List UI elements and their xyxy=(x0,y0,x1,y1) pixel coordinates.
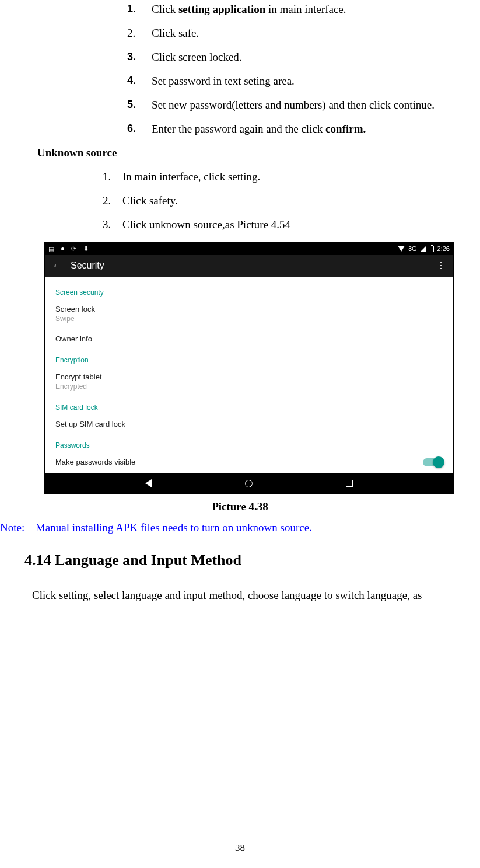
settings-item-secondary: Swipe xyxy=(55,315,443,323)
list-text: Set new password(letters and numbers) an… xyxy=(152,99,435,111)
clock-label: 2:26 xyxy=(437,245,450,252)
wifi-icon xyxy=(398,246,405,252)
settings-section-header: Encryption xyxy=(55,356,443,364)
settings-item[interactable]: Owner info xyxy=(55,329,443,349)
list1-item: 1.Click setting application in main inte… xyxy=(127,3,480,16)
list-text: Set password in text seting area. xyxy=(152,75,295,88)
settings-section-header: Passwords xyxy=(55,441,443,449)
list1-item: 5.Set new password(letters and numbers) … xyxy=(127,99,480,111)
toggle-switch[interactable] xyxy=(423,458,443,466)
list2-item: 3.Click unknown source,as Picture 4.54 xyxy=(103,218,480,231)
section-heading: 4.14 Language and Input Method xyxy=(24,552,480,569)
settings-item-primary: Make passwords visible xyxy=(55,458,135,466)
settings-item-primary: Encrypt tablet xyxy=(55,372,443,381)
list-number: 2. xyxy=(103,194,122,207)
settings-section-header: SIM card lock xyxy=(55,403,443,412)
instruction-list-2: 1.In main interface, click setting.2.Cli… xyxy=(103,170,480,231)
list-text: Click unknown source,as Picture 4.54 xyxy=(122,218,290,231)
nav-back-button[interactable] xyxy=(145,479,152,487)
appbar-title: Security xyxy=(71,260,436,271)
dot-icon xyxy=(61,247,64,250)
notification-icon: ▤ xyxy=(48,245,54,253)
settings-item-primary: Set up SIM card lock xyxy=(55,420,443,428)
list-number: 5. xyxy=(127,99,152,111)
settings-content: Screen securityScreen lockSwipeOwner inf… xyxy=(45,277,453,477)
settings-item-primary: Screen lock xyxy=(55,305,443,313)
body-paragraph: Click setting, select language and input… xyxy=(32,589,480,602)
list1-item: 3.Click screen locked. xyxy=(127,51,480,64)
list-number: 4. xyxy=(127,75,152,88)
settings-item[interactable]: Set up SIM card lock xyxy=(55,414,443,434)
settings-item[interactable]: Make passwords visible xyxy=(55,452,443,472)
refresh-icon: ⟳ xyxy=(71,245,76,253)
download-icon: ⬇ xyxy=(83,245,89,253)
page-number: 38 xyxy=(0,842,480,854)
settings-item[interactable]: Encrypt tabletEncrypted xyxy=(55,367,443,396)
list1-item: 4.Set password in text seting area. xyxy=(127,75,480,88)
list-number: 1. xyxy=(127,3,152,16)
signal-icon xyxy=(421,246,426,252)
note-body: Manual installing APK files needs to tur… xyxy=(36,521,312,534)
settings-section-header: Screen security xyxy=(55,288,443,297)
list-number: 6. xyxy=(127,123,152,135)
list-text: Enter the password again and the click c… xyxy=(152,123,366,135)
list-number: 3. xyxy=(103,218,122,231)
list1-item: 6.Enter the password again and the click… xyxy=(127,123,480,135)
instruction-list-1: 1.Click setting application in main inte… xyxy=(127,3,480,135)
list-number: 2. xyxy=(127,27,152,40)
list-number: 3. xyxy=(127,51,152,64)
nav-home-button[interactable] xyxy=(245,480,253,487)
note-text: Note: Manual installing APK files needs … xyxy=(0,521,480,534)
status-bar: ▤ ⟳ ⬇ 3G 2:26 xyxy=(45,243,453,255)
list-text: Click safe. xyxy=(152,27,199,40)
settings-item[interactable]: Screen lockSwipe xyxy=(55,299,443,329)
figure-caption: Picture 4.38 xyxy=(0,500,480,513)
settings-item-primary: Owner info xyxy=(55,334,443,343)
list1-item: 2.Click safe. xyxy=(127,27,480,40)
nav-recent-button[interactable] xyxy=(346,480,353,487)
list-text: Click screen locked. xyxy=(152,51,242,64)
overflow-menu-button[interactable]: ⋮ xyxy=(436,264,446,267)
battery-icon xyxy=(430,246,434,252)
note-label: Note: xyxy=(0,521,24,534)
list-text: In main interface, click setting. xyxy=(122,170,260,183)
screenshot-figure: ▤ ⟳ ⬇ 3G 2:26 ← Security ⋮ Screen secu xyxy=(44,242,454,494)
list2-item: 1.In main interface, click setting. xyxy=(103,170,480,183)
network-label: 3G xyxy=(408,245,417,252)
list-text: Click setting application in main interf… xyxy=(152,3,346,16)
back-button[interactable]: ← xyxy=(52,260,71,272)
navigation-bar xyxy=(45,473,453,494)
list-text: Click safety. xyxy=(122,194,178,207)
app-bar: ← Security ⋮ xyxy=(45,255,453,277)
settings-item-secondary: Encrypted xyxy=(55,382,443,391)
subheading-unknown-source: Unknown source xyxy=(37,147,480,159)
list-number: 1. xyxy=(103,170,122,183)
list2-item: 2.Click safety. xyxy=(103,194,480,207)
